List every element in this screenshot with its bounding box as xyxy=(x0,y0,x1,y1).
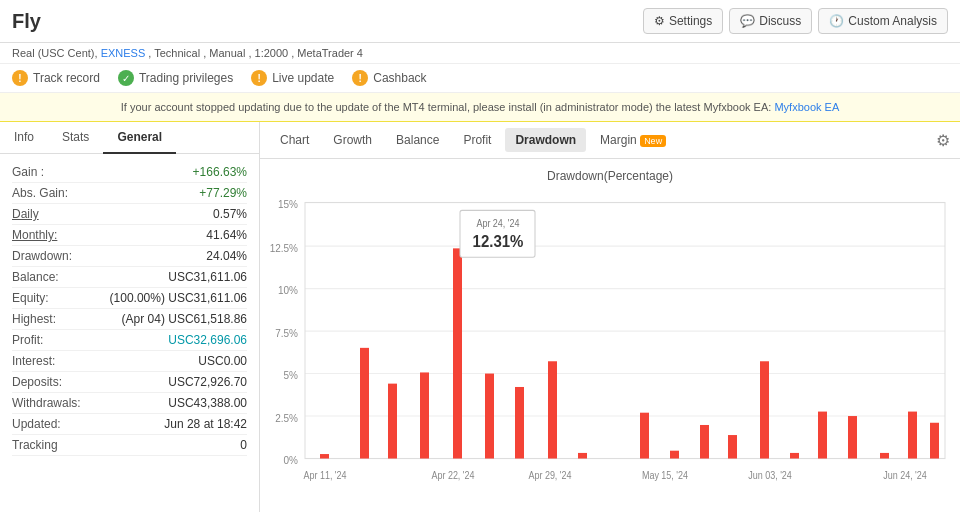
tracking-value: 0 xyxy=(240,438,247,452)
balance-label: Balance: xyxy=(12,270,59,284)
svg-rect-19 xyxy=(453,248,462,458)
tab-stats[interactable]: Stats xyxy=(48,122,103,153)
tab-profit[interactable]: Profit xyxy=(453,128,501,152)
chat-icon: 💬 xyxy=(740,14,755,28)
track-record-icon: ! xyxy=(12,70,28,86)
chart-settings-icon[interactable]: ⚙ xyxy=(936,131,950,150)
svg-rect-21 xyxy=(515,387,524,459)
monthly-label[interactable]: Monthly: xyxy=(12,228,57,242)
tab-margin[interactable]: Margin New xyxy=(590,128,676,152)
stat-abs-gain: Abs. Gain: +77.29% xyxy=(12,183,247,204)
broker-link[interactable]: EXNESS xyxy=(101,47,146,59)
svg-rect-20 xyxy=(485,374,494,459)
trading-privileges-item: ✓ Trading privileges xyxy=(118,70,233,86)
svg-text:Jun 03, '24: Jun 03, '24 xyxy=(748,469,792,481)
stat-highest: Highest: (Apr 04) USC61,518.86 xyxy=(12,309,247,330)
info-tabs: Info Stats General xyxy=(0,122,259,154)
cashback-icon: ! xyxy=(352,70,368,86)
updated-label: Updated: xyxy=(12,417,61,431)
stat-equity: Equity: (100.00%) USC31,611.06 xyxy=(12,288,247,309)
tracking-label: Tracking xyxy=(12,438,58,452)
tab-balance[interactable]: Balance xyxy=(386,128,449,152)
tab-growth[interactable]: Growth xyxy=(323,128,382,152)
header: Fly ⚙ Settings 💬 Discuss 🕐 Custom Analys… xyxy=(0,0,960,43)
subheader: Real (USC Cent), EXNESS , Technical , Ma… xyxy=(0,43,960,64)
alert-text: If your account stopped updating due to … xyxy=(121,101,772,113)
tab-chart[interactable]: Chart xyxy=(270,128,319,152)
svg-rect-23 xyxy=(578,453,587,459)
trading-privileges-label: Trading privileges xyxy=(139,71,233,85)
abs-gain-value: +77.29% xyxy=(199,186,247,200)
stat-balance: Balance: USC31,611.06 xyxy=(12,267,247,288)
stat-withdrawals: Withdrawals: USC43,388.00 xyxy=(12,393,247,414)
abs-gain-label: Abs. Gain: xyxy=(12,186,68,200)
svg-rect-18 xyxy=(420,372,429,458)
svg-text:Apr 29, '24: Apr 29, '24 xyxy=(528,469,572,481)
status-bar: ! Track record ✓ Trading privileges ! Li… xyxy=(0,64,960,93)
left-panel: Info Stats General Gain : +166.63% Abs. … xyxy=(0,122,260,512)
trading-privileges-icon: ✓ xyxy=(118,70,134,86)
equity-label: Equity: xyxy=(12,291,49,305)
svg-text:May 15, '24: May 15, '24 xyxy=(642,469,689,481)
svg-rect-28 xyxy=(760,361,769,458)
tab-info[interactable]: Info xyxy=(0,122,48,153)
withdrawals-label: Withdrawals: xyxy=(12,396,81,410)
svg-rect-25 xyxy=(670,451,679,459)
gain-value: +166.63% xyxy=(193,165,247,179)
stat-gain: Gain : +166.63% xyxy=(12,162,247,183)
clock-icon: 🕐 xyxy=(829,14,844,28)
svg-rect-27 xyxy=(728,435,737,458)
svg-rect-33 xyxy=(908,412,917,459)
withdrawals-value: USC43,388.00 xyxy=(168,396,247,410)
stats-table: Gain : +166.63% Abs. Gain: +77.29% Daily… xyxy=(0,154,259,464)
chart-title: Drawdown(Percentage) xyxy=(270,169,950,183)
profit-value: USC32,696.06 xyxy=(168,333,247,347)
stat-profit: Profit: USC32,696.06 xyxy=(12,330,247,351)
discuss-button[interactable]: 💬 Discuss xyxy=(729,8,812,34)
svg-rect-17 xyxy=(388,384,397,459)
profit-label: Profit: xyxy=(12,333,43,347)
highest-value: (Apr 04) USC61,518.86 xyxy=(122,312,247,326)
cashback-label: Cashback xyxy=(373,71,426,85)
svg-rect-29 xyxy=(790,453,799,459)
svg-text:12.31%: 12.31% xyxy=(473,232,524,250)
chart-tabs: Chart Growth Balance Profit Drawdown Mar… xyxy=(260,122,960,159)
daily-label[interactable]: Daily xyxy=(12,207,39,221)
stat-interest: Interest: USC0.00 xyxy=(12,351,247,372)
alert-banner: If your account stopped updating due to … xyxy=(0,93,960,122)
svg-text:Jun 24, '24: Jun 24, '24 xyxy=(883,469,927,481)
gear-icon: ⚙ xyxy=(654,14,665,28)
svg-text:5%: 5% xyxy=(284,369,299,382)
settings-button[interactable]: ⚙ Settings xyxy=(643,8,723,34)
page-title: Fly xyxy=(12,10,41,33)
drawdown-chart-svg: 15% 12.5% 10% 7.5% 5% 2.5% 0% xyxy=(270,188,950,501)
live-update-item: ! Live update xyxy=(251,70,334,86)
svg-text:12.5%: 12.5% xyxy=(270,241,299,254)
tab-general[interactable]: General xyxy=(103,122,176,154)
tab-drawdown[interactable]: Drawdown xyxy=(505,128,586,152)
stat-tracking: Tracking 0 xyxy=(12,435,247,456)
custom-analysis-button[interactable]: 🕐 Custom Analysis xyxy=(818,8,948,34)
stat-drawdown: Drawdown: 24.04% xyxy=(12,246,247,267)
chart-svg-container: 15% 12.5% 10% 7.5% 5% 2.5% 0% xyxy=(270,188,950,501)
live-update-label: Live update xyxy=(272,71,334,85)
balance-value: USC31,611.06 xyxy=(168,270,247,284)
svg-text:15%: 15% xyxy=(278,198,299,211)
svg-text:Apr 24, '24: Apr 24, '24 xyxy=(476,218,520,230)
drawdown-value: 24.04% xyxy=(206,249,247,263)
chart-area: Drawdown(Percentage) 15% 12.5% 10% 7.5% … xyxy=(260,159,960,512)
equity-value: (100.00%) USC31,611.06 xyxy=(110,291,247,305)
myfxbook-ea-link[interactable]: Myfxbook EA xyxy=(774,101,839,113)
svg-rect-30 xyxy=(818,412,827,459)
svg-text:Apr 22, '24: Apr 22, '24 xyxy=(431,469,475,481)
drawdown-label: Drawdown: xyxy=(12,249,72,263)
deposits-label: Deposits: xyxy=(12,375,62,389)
svg-rect-32 xyxy=(880,453,889,459)
cashback-item: ! Cashback xyxy=(352,70,426,86)
header-buttons: ⚙ Settings 💬 Discuss 🕐 Custom Analysis xyxy=(643,8,948,34)
svg-text:10%: 10% xyxy=(278,284,299,297)
interest-label: Interest: xyxy=(12,354,55,368)
svg-text:0%: 0% xyxy=(284,454,299,467)
svg-rect-24 xyxy=(640,413,649,459)
stat-deposits: Deposits: USC72,926.70 xyxy=(12,372,247,393)
